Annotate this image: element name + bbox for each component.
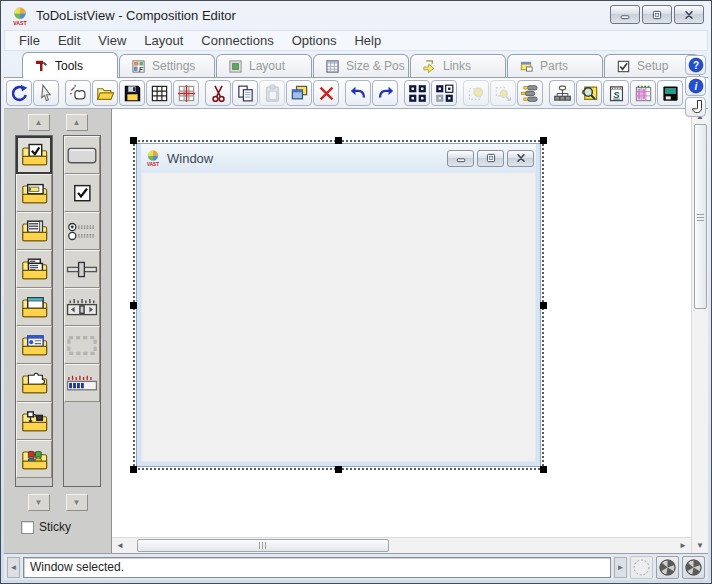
- distribute-grid-button[interactable]: [431, 80, 457, 106]
- script-button[interactable]: S: [603, 80, 629, 106]
- copy-button[interactable]: [232, 80, 258, 106]
- folder-lists-icon: [19, 217, 49, 245]
- pie-indicator[interactable]: [656, 556, 679, 579]
- scroll-right-button[interactable]: ►: [675, 538, 691, 553]
- palette-folder-connections-button[interactable]: [16, 402, 52, 440]
- thumb-grip: [259, 542, 268, 549]
- selection-handle[interactable]: [130, 137, 137, 144]
- undo-button[interactable]: [345, 80, 371, 106]
- menu-options[interactable]: Options: [283, 32, 346, 49]
- maximize-button[interactable]: [642, 5, 672, 24]
- selection-handle[interactable]: [335, 137, 342, 144]
- morph-button[interactable]: [490, 80, 516, 106]
- selection-handle[interactable]: [540, 466, 547, 473]
- tab-size-pos[interactable]: Size & Pos: [313, 54, 409, 77]
- minimize-button[interactable]: [447, 150, 474, 167]
- palette-folder-dialogs-button[interactable]: [16, 326, 52, 364]
- redo-icon: [376, 84, 395, 103]
- tear-off-button[interactable]: [463, 80, 489, 106]
- palette-folder-buttons-button[interactable]: [16, 136, 52, 174]
- svg-text:F: F: [139, 65, 144, 72]
- tab-label: Size & Pos: [346, 59, 405, 73]
- status-scroll-right-button[interactable]: ►: [614, 557, 627, 578]
- pointer-button[interactable]: [33, 80, 59, 106]
- minimize-icon: [620, 10, 630, 20]
- tab-layout[interactable]: Layout: [216, 54, 312, 77]
- size-pos-icon: [325, 59, 340, 74]
- vast-logo-icon: VAST: [145, 150, 161, 166]
- tab-links[interactable]: Links: [410, 54, 506, 77]
- category-scroll-down-button[interactable]: ▼: [28, 494, 50, 511]
- paste-button[interactable]: [259, 80, 285, 106]
- table-columns-button[interactable]: [630, 80, 656, 106]
- menu-file[interactable]: File: [10, 32, 49, 49]
- push-button-icon: [66, 145, 98, 166]
- palette-radio-button-button[interactable]: [64, 212, 100, 250]
- pie-indicator[interactable]: [682, 556, 705, 579]
- status-scroll-left-button[interactable]: ◄: [7, 557, 20, 578]
- selection-handle[interactable]: [540, 137, 547, 144]
- sticky-checkbox[interactable]: [21, 521, 34, 534]
- palette-push-button-button[interactable]: [64, 136, 100, 174]
- palette-folder-data-entry-button[interactable]: [16, 174, 52, 212]
- vertical-scrollbar[interactable]: ▲ ▼: [691, 109, 708, 553]
- close-button[interactable]: [674, 5, 704, 24]
- menu-help[interactable]: Help: [345, 32, 390, 49]
- selection-handle[interactable]: [130, 302, 137, 309]
- minimize-button[interactable]: [610, 5, 640, 24]
- open-folder-button[interactable]: [92, 80, 118, 106]
- grid-button[interactable]: [146, 80, 172, 106]
- palette-folder-composition-button[interactable]: [16, 364, 52, 402]
- hierarchy-icon: [553, 84, 572, 103]
- design-canvas[interactable]: VAST Window: [112, 109, 691, 537]
- close-button[interactable]: [507, 150, 534, 167]
- cut-button[interactable]: [205, 80, 231, 106]
- widget-title-bar[interactable]: VAST Window: [141, 144, 536, 172]
- delete-button[interactable]: [313, 80, 339, 106]
- menu-connections[interactable]: Connections: [192, 32, 282, 49]
- menu-edit[interactable]: Edit: [49, 32, 89, 49]
- menu-layout[interactable]: Layout: [135, 32, 192, 49]
- horizontal-scrollbar[interactable]: ◄ ►: [112, 537, 691, 553]
- hook-button[interactable]: [685, 97, 706, 117]
- help-button[interactable]: ?: [685, 55, 706, 75]
- selection-handle[interactable]: [335, 466, 342, 473]
- scroll-left-button[interactable]: ◄: [112, 538, 128, 553]
- parts-scroll-down-button[interactable]: ▼: [66, 494, 88, 511]
- new-part-button[interactable]: [65, 80, 91, 106]
- tab-parts[interactable]: Parts: [507, 54, 603, 77]
- parts-scroll-up-button[interactable]: ▲: [66, 114, 88, 131]
- save-button[interactable]: [119, 80, 145, 106]
- redo-button[interactable]: [372, 80, 398, 106]
- monitor-button[interactable]: [657, 80, 683, 106]
- tab-settings[interactable]: FSettings: [119, 54, 215, 77]
- align-grid-button[interactable]: [404, 80, 430, 106]
- maximize-button[interactable]: [477, 150, 504, 167]
- category-scroll-up-button[interactable]: ▲: [28, 114, 50, 131]
- vertical-scroll-thumb[interactable]: [694, 124, 707, 309]
- palette-slider-button[interactable]: [64, 250, 100, 288]
- connections-button[interactable]: [517, 80, 543, 106]
- selection-handle[interactable]: [130, 466, 137, 473]
- window-widget[interactable]: VAST Window: [136, 143, 541, 467]
- menu-view[interactable]: View: [89, 32, 135, 49]
- horizontal-scroll-thumb[interactable]: [137, 539, 389, 552]
- palette-group-box-button[interactable]: [64, 326, 100, 364]
- palette-folder-os-widgets-button[interactable]: [16, 440, 52, 478]
- refresh-button[interactable]: [6, 80, 32, 106]
- palette-folder-menus-button[interactable]: [16, 250, 52, 288]
- grid-snap-button[interactable]: [173, 80, 199, 106]
- duplicate-button[interactable]: [286, 80, 312, 106]
- scroll-down-button[interactable]: ▼: [692, 538, 708, 553]
- palette-folder-canvas-button[interactable]: [16, 288, 52, 326]
- selection-handle[interactable]: [540, 302, 547, 309]
- palette-check-box-button[interactable]: [64, 174, 100, 212]
- browse-parts-button[interactable]: [576, 80, 602, 106]
- palette-scale-button[interactable]: [64, 364, 100, 402]
- widget-client-area[interactable]: [141, 172, 536, 462]
- hierarchy-button[interactable]: [549, 80, 575, 106]
- palette-folder-lists-button[interactable]: [16, 212, 52, 250]
- palette-spin-button-button[interactable]: [64, 288, 100, 326]
- info-button[interactable]: i: [685, 76, 706, 96]
- tab-tools[interactable]: Tools: [22, 52, 118, 78]
